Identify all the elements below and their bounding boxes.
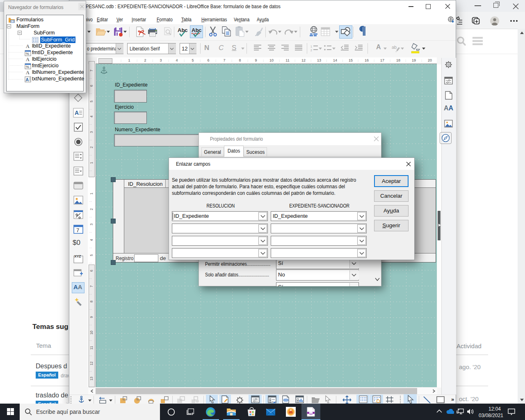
svg-text:ab: ab	[392, 45, 397, 50]
svg-text:%: %	[26, 65, 29, 69]
svg-text:A: A	[26, 57, 30, 62]
svg-text:A: A	[26, 70, 30, 75]
svg-text:A: A	[26, 77, 29, 82]
svg-text:Abc: Abc	[178, 27, 188, 33]
svg-text:A: A	[26, 43, 30, 49]
svg-text:XYZ: XYZ	[74, 254, 81, 258]
svg-text:Abc: Abc	[192, 27, 202, 33]
svg-text:1: 1	[310, 45, 312, 48]
svg-text:2: 2	[310, 49, 312, 52]
svg-text:%: %	[26, 52, 29, 56]
svg-text:7: 7	[76, 227, 79, 233]
svg-text:A: A	[75, 110, 79, 116]
